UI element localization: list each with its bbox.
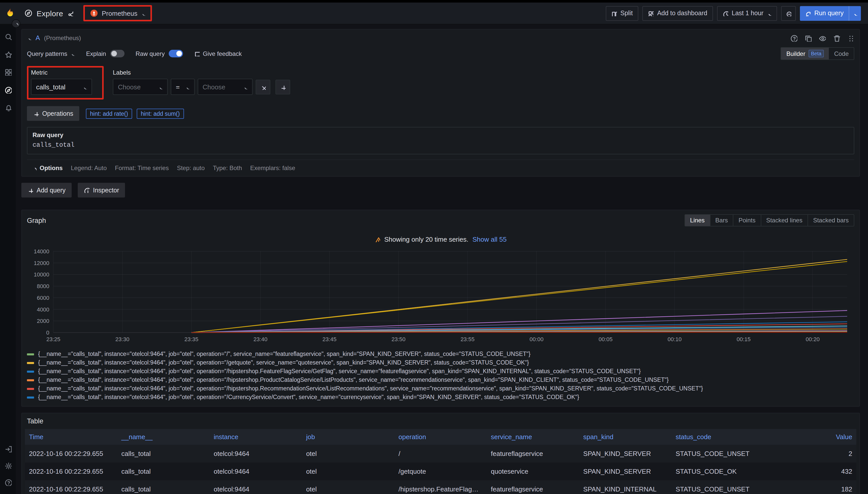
table-column-header[interactable]: service_name [487, 429, 579, 445]
legend-series-marker [27, 396, 34, 398]
table-column-header[interactable]: Time [25, 429, 117, 445]
legend-item[interactable]: {__name__="calls_total", instance="otelc… [27, 385, 854, 393]
plus-icon [280, 84, 285, 90]
metric-select[interactable]: calls_total [31, 79, 92, 95]
time-range-picker[interactable]: Last 1 hour [717, 6, 777, 21]
zoom-out-time-button[interactable] [781, 6, 796, 21]
graph-panel-header: Graph LinesBarsPointsStacked linesStacke… [22, 210, 860, 229]
legend-item[interactable]: {__name__="calls_total", instance="otelc… [27, 394, 854, 401]
page-title-group: Explore [24, 9, 73, 18]
add-label-filter-button[interactable] [275, 79, 290, 94]
query-help-button[interactable] [790, 34, 797, 41]
table-column-header[interactable]: instance [210, 429, 302, 445]
graph-mode-stacked-lines[interactable]: Stacked lines [760, 215, 808, 226]
time-series-plot[interactable]: 23:2523:3023:3523:4023:4523:5023:5500:00… [25, 245, 855, 346]
series-line [191, 262, 847, 332]
split-button[interactable]: Split [605, 6, 638, 21]
legend-item[interactable]: {__name__="calls_total", instance="otelc… [27, 376, 854, 384]
duplicate-query-button[interactable] [804, 34, 812, 41]
sidebar-item-alerting[interactable] [4, 104, 12, 111]
legend-series-marker [27, 353, 34, 355]
builder-label: Builder [786, 50, 806, 57]
label-key-select[interactable]: Choose [113, 79, 168, 95]
legend-item[interactable]: {__name__="calls_total", instance="otelc… [27, 350, 854, 358]
sidebar-item-configuration[interactable] [4, 462, 12, 469]
y-axis-tick-label: 8000 [37, 283, 49, 289]
hide-response-button[interactable] [819, 34, 826, 41]
table-column-header[interactable]: span_kind [579, 429, 672, 445]
add-query-button[interactable]: Add query [21, 183, 72, 197]
labels-field-label: Labels [113, 69, 290, 76]
labels-field: Labels Choose = Choose [113, 66, 290, 95]
remove-query-button[interactable] [833, 34, 840, 41]
table-panel: Table Time__name__instancejoboperationse… [21, 413, 860, 494]
nav-sidebar [0, 24, 16, 494]
grafana-logo[interactable] [4, 7, 16, 19]
sidebar-item-dashboards[interactable] [4, 69, 12, 76]
x-axis-tick-label: 00:10 [668, 336, 682, 342]
search-icon [4, 33, 12, 40]
remove-label-filter-button[interactable] [255, 79, 270, 94]
legend-item[interactable]: {__name__="calls_total", instance="otelc… [27, 367, 854, 375]
explain-toggle[interactable] [110, 50, 124, 57]
zoom-out-icon [786, 11, 792, 16]
legend-item[interactable]: {__name__="calls_total", instance="otelc… [27, 359, 854, 366]
x-axis-tick-label: 00:00 [529, 336, 543, 342]
add-to-dashboard-button[interactable]: Add to dashboard [643, 6, 713, 21]
graph-mode-lines[interactable]: Lines [685, 215, 710, 226]
graph-mode-stacked-bars[interactable]: Stacked bars [808, 215, 854, 226]
graph-mode-bars[interactable]: Bars [710, 215, 733, 226]
x-axis-tick-label: 23:40 [253, 336, 267, 342]
query-hint[interactable]: hint: add sum() [137, 108, 184, 118]
label-operator-select[interactable]: = [171, 79, 194, 95]
table-column-header[interactable]: status_code [672, 429, 764, 445]
give-feedback-button[interactable]: Give feedback [194, 50, 242, 57]
query-hints: hint: add rate()hint: add sum() [86, 108, 184, 118]
table-column-header[interactable]: job [302, 429, 395, 445]
datasource-picker[interactable]: Prometheus [87, 7, 149, 19]
graph-panel: Graph LinesBarsPointsStacked linesStacke… [21, 210, 860, 407]
label-value-select[interactable]: Choose [197, 79, 252, 95]
drag-handle[interactable] [847, 34, 854, 41]
raw-query-toggle[interactable] [169, 50, 183, 57]
clock-icon [723, 11, 728, 16]
builder-mode-button[interactable]: Builder Beta [781, 48, 829, 59]
comment-icon [194, 51, 200, 56]
legend-series-label: {__name__="calls_total", instance="otelc… [38, 376, 669, 384]
code-mode-button[interactable]: Code [829, 48, 854, 59]
sidebar-item-explore[interactable] [4, 86, 12, 93]
run-query-button[interactable]: Run query [800, 6, 861, 21]
table-cell: otelcol:9464 [210, 480, 302, 494]
sidebar-item-help[interactable] [4, 479, 12, 486]
show-all-series-link[interactable]: Show all 55 [472, 235, 506, 243]
sidebar-item-sign-in[interactable] [4, 445, 12, 452]
query-hint[interactable]: hint: add rate() [86, 108, 132, 118]
legend-series-label: {__name__="calls_total", instance="otelc… [38, 367, 640, 375]
table-column-header[interactable]: __name__ [117, 429, 210, 445]
run-query-label: Run query [814, 10, 844, 17]
options-collapse-button[interactable]: Options [32, 165, 63, 172]
table-cell: SPAN_KIND_SERVER [579, 462, 672, 480]
collapse-chevron-icon[interactable] [27, 36, 32, 40]
prometheus-icon [90, 9, 98, 17]
metric-value: calls_total [36, 83, 66, 91]
sidebar-item-search[interactable] [4, 33, 12, 40]
table-row: 2022-10-16 00:22:29.655calls_totalotelco… [25, 462, 856, 480]
add-operation-button[interactable]: Operations [27, 106, 79, 121]
copy-icon [804, 34, 812, 41]
query-row-header: A (Prometheus) [22, 30, 860, 46]
query-patterns-dropdown[interactable]: Query patterns [27, 50, 75, 57]
table-header-row: Time__name__instancejoboperationservice_… [25, 429, 856, 445]
sidebar-expand-button[interactable] [12, 19, 20, 28]
graph-mode-points[interactable]: Points [733, 215, 760, 226]
share-shortened-link-button[interactable] [68, 11, 73, 16]
y-axis-tick-label: 0 [46, 329, 49, 336]
inspector-button[interactable]: Inspector [78, 183, 125, 197]
table-column-header[interactable]: operation [394, 429, 487, 445]
table-column-header[interactable]: Value [764, 429, 856, 445]
query-toolbar: Query patterns Explain Raw query Give fe… [22, 46, 860, 65]
run-query-dropdown[interactable] [849, 6, 861, 21]
metric-labels-row: Metric calls_total Labels Choose [27, 66, 854, 99]
sidebar-item-starred[interactable] [4, 51, 12, 58]
legend-series-marker [27, 362, 34, 364]
